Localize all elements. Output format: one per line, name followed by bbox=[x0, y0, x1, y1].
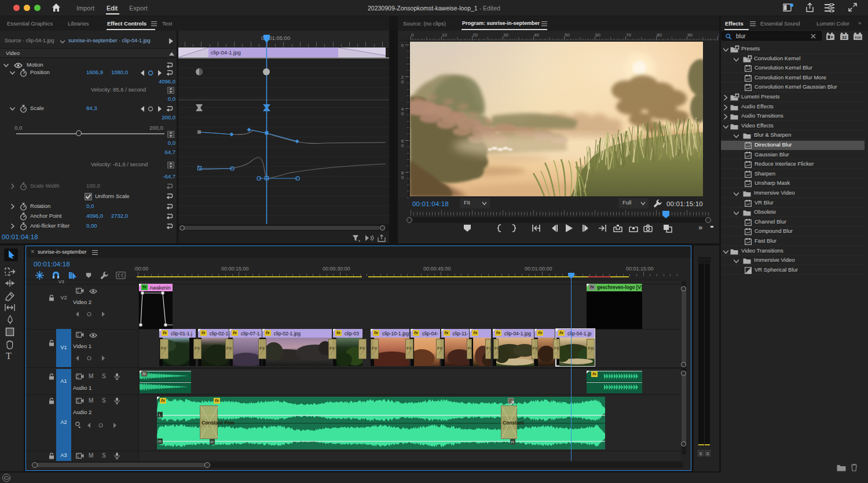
svg-text:32: 32 bbox=[842, 35, 847, 40]
svg-text:YUV: YUV bbox=[855, 36, 862, 39]
